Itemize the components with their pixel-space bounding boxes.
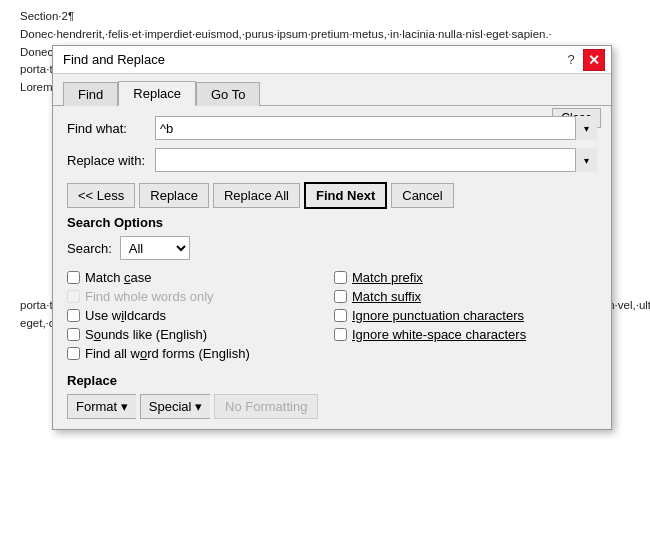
dialog-body: Find what: ▾ Replace with: ▾ << Less Rep… xyxy=(53,106,611,429)
whole-words-checkbox[interactable] xyxy=(67,290,80,303)
replace-section: Replace Format ▾ Special ▾ No Formatting xyxy=(67,373,597,419)
wildcards-label: Use wildcards xyxy=(85,308,166,323)
match-prefix-checkbox[interactable] xyxy=(334,271,347,284)
special-button-group: Special ▾ xyxy=(140,394,210,419)
tab-goto[interactable]: Go To xyxy=(196,82,260,106)
match-suffix-checkbox[interactable] xyxy=(334,290,347,303)
wildcards-item: Use wildcards xyxy=(67,306,330,325)
checkboxes-left: Match case Find whole words only Use wil… xyxy=(67,268,330,363)
match-case-item: Match case xyxy=(67,268,330,287)
doc-line-1: Section·2¶ xyxy=(20,8,630,26)
replace-with-dropdown-arrow[interactable]: ▾ xyxy=(575,148,597,172)
title-bar-left: Find and Replace xyxy=(63,52,165,67)
dialog-close-button[interactable]: ✕ xyxy=(583,49,605,71)
ignore-punct-item: Ignore punctuation characters xyxy=(334,306,597,325)
replace-with-label: Replace with: xyxy=(67,153,155,168)
help-button[interactable]: ? xyxy=(561,50,581,70)
match-case-checkbox[interactable] xyxy=(67,271,80,284)
checkboxes-right: Match prefix Match suffix Ignore punctua… xyxy=(334,268,597,363)
match-prefix-label: Match prefix xyxy=(352,270,423,285)
replace-buttons-row: Format ▾ Special ▾ No Formatting xyxy=(67,394,597,419)
find-what-input[interactable] xyxy=(155,116,597,140)
replace-all-button[interactable]: Replace All xyxy=(213,183,300,208)
no-formatting-button[interactable]: No Formatting xyxy=(214,394,318,419)
format-button[interactable]: Format ▾ xyxy=(67,394,136,419)
replace-button[interactable]: Replace xyxy=(139,183,209,208)
dialog-tabs: Find Replace Go To xyxy=(53,74,611,105)
search-type-row: Search: All Up Down xyxy=(67,236,597,260)
dialog-title-bar: Find and Replace ? ✕ xyxy=(53,46,611,74)
ignore-space-item: Ignore white-space characters xyxy=(334,325,597,344)
match-case-label: Match case xyxy=(85,270,151,285)
find-replace-dialog: Find and Replace ? ✕ Find Replace Go To … xyxy=(52,45,612,430)
sounds-like-label: Sounds like (English) xyxy=(85,327,207,342)
sounds-like-checkbox[interactable] xyxy=(67,328,80,341)
ignore-punct-checkbox[interactable] xyxy=(334,309,347,322)
format-label: Format ▾ xyxy=(76,399,128,414)
search-options-section: Search Options Search: All Up Down Match… xyxy=(67,215,597,363)
special-button[interactable]: Special ▾ xyxy=(140,394,210,419)
replace-with-input[interactable] xyxy=(155,148,597,172)
checkboxes-grid: Match case Find whole words only Use wil… xyxy=(67,268,597,363)
format-button-group: Format ▾ xyxy=(67,394,136,419)
less-button[interactable]: << Less xyxy=(67,183,135,208)
whole-words-item: Find whole words only xyxy=(67,287,330,306)
find-what-row: Find what: ▾ xyxy=(67,116,597,140)
special-label: Special ▾ xyxy=(149,399,202,414)
cancel-button[interactable]: Cancel xyxy=(391,183,453,208)
replace-section-title: Replace xyxy=(67,373,597,388)
search-options-title: Search Options xyxy=(67,215,597,230)
replace-with-row: Replace with: ▾ xyxy=(67,148,597,172)
word-forms-label: Find all word forms (English) xyxy=(85,346,250,361)
ignore-punct-label: Ignore punctuation characters xyxy=(352,308,524,323)
find-next-button[interactable]: Find Next xyxy=(304,182,387,209)
tab-find[interactable]: Find xyxy=(63,82,118,106)
title-bar-right: ? ✕ xyxy=(561,49,605,71)
find-what-label: Find what: xyxy=(67,121,155,136)
tab-replace[interactable]: Replace xyxy=(118,81,196,106)
action-buttons-row: << Less Replace Replace All Find Next Ca… xyxy=(67,182,597,209)
find-what-dropdown-arrow[interactable]: ▾ xyxy=(575,116,597,140)
wildcards-checkbox[interactable] xyxy=(67,309,80,322)
word-forms-item: Find all word forms (English) xyxy=(67,344,330,363)
doc-line-2: Donec·hendrerit,·felis·et·imperdiet·euis… xyxy=(20,26,630,44)
ignore-space-checkbox[interactable] xyxy=(334,328,347,341)
match-suffix-label: Match suffix xyxy=(352,289,421,304)
find-what-input-wrap: ▾ xyxy=(155,116,597,140)
dialog-title: Find and Replace xyxy=(63,52,165,67)
match-suffix-item: Match suffix xyxy=(334,287,597,306)
search-type-label: Search: xyxy=(67,241,112,256)
ignore-space-label: Ignore white-space characters xyxy=(352,327,526,342)
match-prefix-item: Match prefix xyxy=(334,268,597,287)
word-forms-checkbox[interactable] xyxy=(67,347,80,360)
replace-with-input-wrap: ▾ xyxy=(155,148,597,172)
whole-words-label: Find whole words only xyxy=(85,289,214,304)
search-type-select[interactable]: All Up Down xyxy=(120,236,190,260)
sounds-like-item: Sounds like (English) xyxy=(67,325,330,344)
